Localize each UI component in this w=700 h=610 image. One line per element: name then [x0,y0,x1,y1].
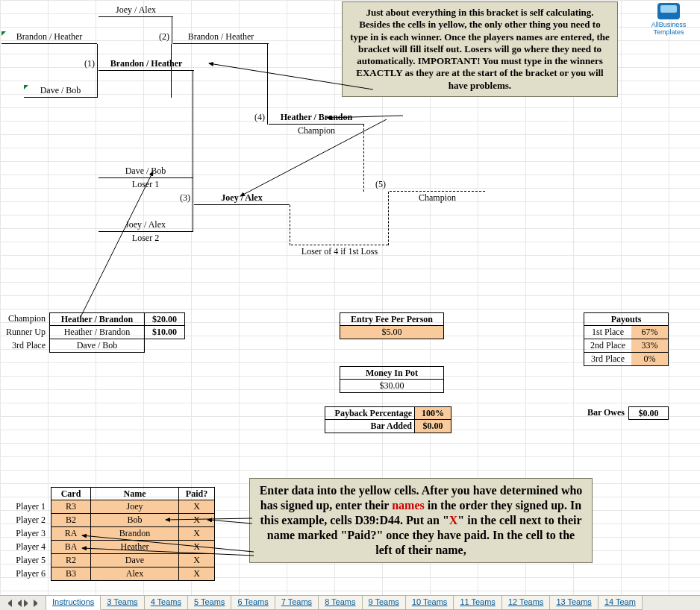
logo-icon [657,3,680,19]
bracket-connector [363,125,364,192]
col-name: Name [91,487,179,500]
pot-label: Money In Pot [340,366,444,380]
bracket-seed: (3) [170,192,193,205]
payout-pct[interactable]: 67% [631,326,669,339]
last-tab-icon[interactable] [34,600,41,607]
sheet-tab[interactable]: 4 Teams [145,596,188,610]
champion-label: Champion [269,125,364,138]
player-name[interactable]: Brandon [91,527,179,541]
sheet-tab[interactable]: 7 Teams [275,596,319,610]
bracket-team[interactable]: Joey / Alex [99,218,193,232]
player-paid[interactable]: X [179,500,215,514]
player-label: Player 5 [3,554,48,567]
col-paid: Paid? [179,487,215,500]
first-tab-icon[interactable] [4,600,12,607]
player-paid[interactable]: X [179,541,215,554]
col-card: Card [51,487,91,500]
payout-pct[interactable]: 33% [631,339,669,353]
entry-fee-value[interactable]: $5.00 [340,326,444,339]
bracket-team[interactable]: Brandon / Heather [173,31,269,44]
prev-tab-icon[interactable] [14,600,22,607]
player-paid[interactable]: X [179,514,215,527]
baradded-value[interactable]: $0.00 [414,420,451,433]
player-name[interactable]: Heather [91,541,179,554]
results-pay: $20.00 [145,312,185,326]
player-card[interactable]: BA [51,541,91,554]
sheet-tab-bar: Instructions 3 Teams 4 Teams 5 Teams 6 T… [0,595,700,610]
loser4-label: Loser of 4 if 1st Loss [291,245,388,259]
logo-text: AllBusiness Templates [643,21,694,36]
results-pay: $10.00 [145,326,185,339]
player-card[interactable]: RA [51,527,91,541]
bracket-connector [290,205,290,245]
entry-fee-label: Entry Fee Per Person [340,312,444,326]
barowes-label: Bar Owes [575,406,627,420]
sheet-tab[interactable]: 5 Teams [188,596,231,610]
bracket-team[interactable]: Joey / Alex [99,4,173,17]
sheet-tab[interactable]: 8 Teams [319,596,362,610]
bracket-connector [388,192,389,245]
player-card[interactable]: B3 [51,567,91,581]
bracket-seed: (4) [245,111,267,125]
bracket-connector [193,178,193,232]
bracket-winner[interactable]: Heather / Brandon [269,111,364,125]
results-label: 3rd Place [1,339,48,353]
player-paid[interactable]: X [179,567,215,581]
bracket-seed: (2) [149,31,172,44]
bracket-connector [172,17,172,44]
next-tab-icon[interactable] [24,600,31,607]
sheet-tab[interactable]: 14 Team [599,596,643,610]
payouts-header: Payouts [584,312,669,326]
payback-label: Payback Percentage [325,406,414,420]
results-label: Runner Up [1,326,48,339]
payout-place: 3rd Place [584,353,631,366]
bracket-connector [97,44,172,98]
payout-place: 2nd Place [584,339,631,353]
bracket-seed: (1) [75,57,97,71]
results-team: Heather / Brandon [49,326,145,339]
payout-pct[interactable]: 0% [631,353,669,366]
bracket-winner[interactable]: Joey / Alex [194,192,290,205]
sheet-tab[interactable]: 13 Teams [550,596,599,610]
loser-label: Loser 1 [99,178,193,192]
pot-value: $30.00 [340,380,444,393]
player-paid[interactable]: X [179,554,215,567]
tab-nav[interactable] [0,596,46,610]
player-card[interactable]: B2 [51,514,91,527]
bracket-team[interactable]: Dave / Bob [24,84,97,98]
bracket-seed: (5) [366,178,388,192]
baradded-label: Bar Added [325,420,414,433]
callout-top: Just about everything in this bracket is… [342,1,618,97]
logo: AllBusiness Templates [643,3,694,36]
player-paid[interactable]: X [179,527,215,541]
results-team: Heather / Brandon [49,312,145,326]
player-card[interactable]: R3 [51,500,91,514]
sheet-tab[interactable]: 10 Teams [406,596,454,610]
player-label: Player 2 [3,514,48,527]
player-card[interactable]: R2 [51,554,91,567]
player-name[interactable]: Joey [91,500,179,514]
sheet-tab[interactable]: 3 Teams [101,596,144,610]
loser-label: Loser 2 [99,232,193,245]
player-name[interactable]: Dave [91,554,179,567]
callout-red: X [449,514,458,526]
sheet-tab[interactable]: 12 Teams [502,596,551,610]
sheet-tab[interactable]: Instructions [46,596,101,610]
payout-place: 1st Place [584,326,631,339]
payback-value[interactable]: 100% [414,406,451,420]
player-name[interactable]: Alex [91,567,179,581]
sheet-tab[interactable]: 6 Teams [231,596,275,610]
bracket-team[interactable]: Brandon / Heather [1,31,97,44]
bracket-cell[interactable] [390,178,485,192]
results-team: Dave / Bob [49,339,145,353]
results-label: Champion [1,312,48,326]
sheet-tab[interactable]: 11 Teams [454,596,502,610]
bracket-team[interactable]: Dave / Bob [99,165,193,178]
player-label: Player 6 [3,567,48,581]
callout-red: names [392,499,425,512]
bracket-cell[interactable] [291,232,388,245]
callout-bottom: Enter data into the yellow cells. After … [249,478,593,563]
sheet-tab[interactable]: 9 Teams [363,596,406,610]
bracket-connector [267,44,268,125]
player-name[interactable]: Bob [91,514,179,527]
